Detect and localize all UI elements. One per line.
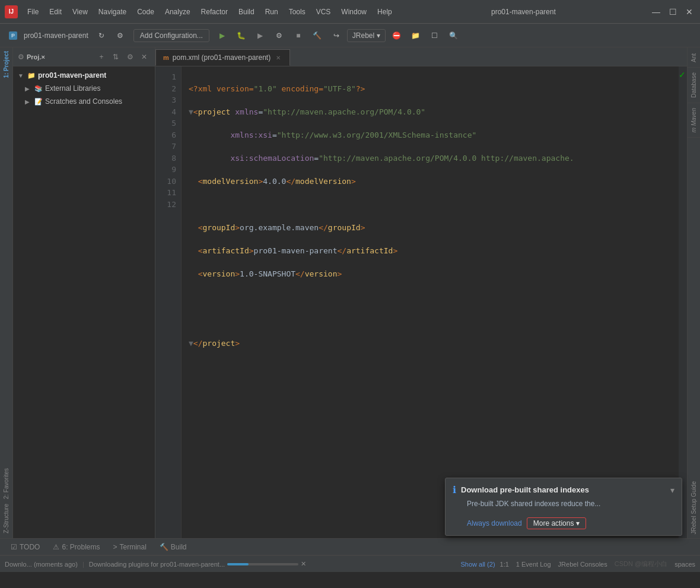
window-title: pro01-maven-parent	[397, 8, 650, 16]
status-event-log[interactable]: 1 Event Log	[516, 561, 551, 568]
menu-view[interactable]: View	[68, 7, 93, 17]
tree-library-expand-icon: ▶	[25, 85, 32, 92]
tab-icon: m	[163, 54, 169, 61]
bottom-tab-problems[interactable]: ⚠ 6: Problems	[47, 541, 106, 553]
minimize-button[interactable]: —	[650, 6, 662, 18]
run-with-coverage-button[interactable]: ▶	[252, 27, 269, 44]
menu-bar: File Edit View Navigate Code Analyze Ref…	[23, 7, 397, 17]
maximize-button[interactable]: ☐	[667, 6, 679, 18]
status-progress-area: Downloading plugins for pro01-maven-pare…	[89, 560, 456, 568]
right-tab-database[interactable]: Database	[689, 69, 698, 101]
sidebar-tab-structure[interactable]: Z-Structure	[2, 501, 11, 536]
debug-button[interactable]: 🐛	[233, 27, 250, 44]
jrebel-button[interactable]: JRebel ▾	[347, 29, 386, 42]
toolbar-search-button[interactable]: 🔍	[445, 27, 462, 44]
menu-edit[interactable]: Edit	[44, 7, 66, 17]
menu-refactor[interactable]: Refactor	[196, 7, 233, 17]
right-tab-maven[interactable]: m Maven	[689, 104, 698, 136]
tab-label: pom.xml (pro01-maven-parent)	[173, 53, 271, 62]
more-run-icon[interactable]: ⚙	[271, 27, 288, 44]
todo-icon: ☑	[11, 543, 17, 551]
code-line-11	[189, 314, 672, 326]
status-download[interactable]: Downlo... (moments ago)	[5, 561, 78, 568]
panel-add-icon[interactable]: +	[96, 51, 107, 63]
toolbar-project-name: pro01-maven-parent	[24, 31, 88, 40]
menu-navigate[interactable]: Navigate	[94, 7, 131, 17]
status-progress-text: Downloading plugins for pro01-maven-pare…	[89, 561, 225, 568]
menu-tools[interactable]: Tools	[284, 7, 310, 17]
scratches-icon: 📝	[34, 97, 43, 106]
code-line-8: <artifactId>pro01-maven-parent</artifact…	[189, 245, 672, 257]
toolbar-btn-extra2[interactable]: 📁	[407, 27, 424, 44]
notification-body: Pre-built JDK shared indexes reduce the.…	[446, 499, 682, 514]
editor-area: m pom.xml (pro01-maven-parent) ✕ 1 2 3 4…	[155, 47, 687, 538]
menu-vcs[interactable]: VCS	[311, 7, 336, 17]
tab-close-icon[interactable]: ✕	[274, 53, 282, 62]
title-bar: IJ File Edit View Navigate Code Analyze …	[0, 0, 700, 24]
status-position[interactable]: 1:1	[500, 561, 509, 568]
problems-label: 6: Problems	[62, 543, 100, 551]
settings-icon[interactable]: ⚙	[112, 27, 129, 44]
editor-content: 1 2 3 4 5 6 7 8 9 10 11 12 <?xml version…	[155, 66, 687, 538]
tree-item-external-libraries[interactable]: ▶ 📚 External Libraries	[13, 82, 155, 95]
sidebar-tab-favorites[interactable]: 2: Favorites	[2, 466, 11, 501]
fold-btn-2[interactable]: ▼	[189, 107, 193, 116]
menu-window[interactable]: Window	[336, 7, 371, 17]
right-sidebar-bottom: JRebel Setup Guide	[689, 478, 698, 538]
fold-btn-12[interactable]: ▼	[189, 339, 193, 348]
bottom-tab-build[interactable]: 🔨 Build	[154, 541, 193, 553]
jrebel-arrow-icon: ▾	[377, 31, 380, 40]
right-tab-ant[interactable]: Ant	[689, 50, 698, 66]
notification-actions: Always download More actions ▾	[446, 514, 682, 535]
tree-item-root[interactable]: ▼ 📁 pro01-maven-parent	[13, 69, 155, 82]
more-actions-button[interactable]: More actions ▾	[527, 517, 587, 529]
status-jrebel-consoles[interactable]: JRebel Consoles	[558, 561, 607, 568]
notification-popup: ℹ Download pre-built shared indexes ▾ Pr…	[445, 478, 682, 536]
menu-help[interactable]: Help	[373, 7, 397, 17]
bottom-tab-todo[interactable]: ☑ TODO	[5, 541, 46, 553]
toolbar-btn-extra1[interactable]: ⛔	[388, 27, 405, 44]
code-line-3: xmlns:xsi="http://www.w3.org/2001/XMLSch…	[189, 129, 672, 141]
tab-pom-xml[interactable]: m pom.xml (pro01-maven-parent) ✕	[155, 49, 290, 66]
code-line-4: xsi:schemaLocation="http://maven.apache.…	[189, 152, 672, 164]
code-line-10	[189, 291, 672, 303]
app-window: IJ File Edit View Navigate Code Analyze …	[0, 0, 700, 588]
panel-close-icon[interactable]: ✕	[138, 51, 150, 63]
run-button[interactable]: ▶	[214, 27, 231, 44]
menu-file[interactable]: File	[23, 7, 43, 17]
show-all-button[interactable]: Show all (2)	[460, 561, 495, 568]
menu-analyze[interactable]: Analyze	[160, 7, 195, 17]
panel-settings-icon[interactable]: ⚙	[124, 51, 136, 63]
notification-info-icon: ℹ	[453, 484, 456, 495]
bottom-tab-terminal[interactable]: > Terminal	[107, 541, 152, 553]
divider3	[688, 137, 700, 138]
menu-code[interactable]: Code	[132, 7, 159, 17]
menu-build[interactable]: Build	[234, 7, 259, 17]
rebuild-button[interactable]: 🔨	[309, 27, 326, 44]
bottom-tabs: ☑ TODO ⚠ 6: Problems > Terminal 🔨 Build	[0, 539, 700, 555]
always-download-link[interactable]: Always download	[467, 519, 522, 527]
right-tab-jrebel-setup[interactable]: JRebel Setup Guide	[689, 478, 698, 538]
build-btn2[interactable]: ↪	[328, 27, 345, 44]
check-icon: ✓	[679, 70, 686, 80]
status-spaces[interactable]: spaces	[674, 561, 695, 568]
panel-collapse-icon[interactable]: ⇅	[110, 51, 122, 63]
stop-button[interactable]: ■	[290, 27, 307, 44]
stop-progress-icon[interactable]: ✕	[301, 560, 306, 568]
tree-item-scratches[interactable]: ▶ 📝 Scratches and Consoles	[13, 95, 155, 108]
code-line-7: <groupId>org.example.maven</groupId>	[189, 222, 672, 234]
progress-bar-fill	[227, 563, 249, 565]
notification-expand-icon[interactable]: ▾	[670, 485, 674, 495]
sync-icon[interactable]: ↻	[93, 27, 110, 44]
menu-run[interactable]: Run	[260, 7, 283, 17]
code-editor[interactable]: <?xml version="1.0" encoding="UTF-8"?> ▼…	[182, 66, 679, 538]
close-button[interactable]: ✕	[683, 6, 695, 18]
toolbar-btn-extra3[interactable]: ☐	[426, 27, 443, 44]
panel-gear-icon[interactable]: ⚙	[18, 53, 24, 61]
tree-scratches-label: Scratches and Consoles	[45, 97, 122, 106]
sidebar-tab-project[interactable]: 1: Project	[2, 49, 11, 81]
add-configuration-button[interactable]: Add Configuration...	[133, 29, 209, 42]
project-icon: P	[5, 27, 21, 44]
code-line-6	[189, 199, 672, 211]
library-icon: 📚	[34, 84, 43, 93]
